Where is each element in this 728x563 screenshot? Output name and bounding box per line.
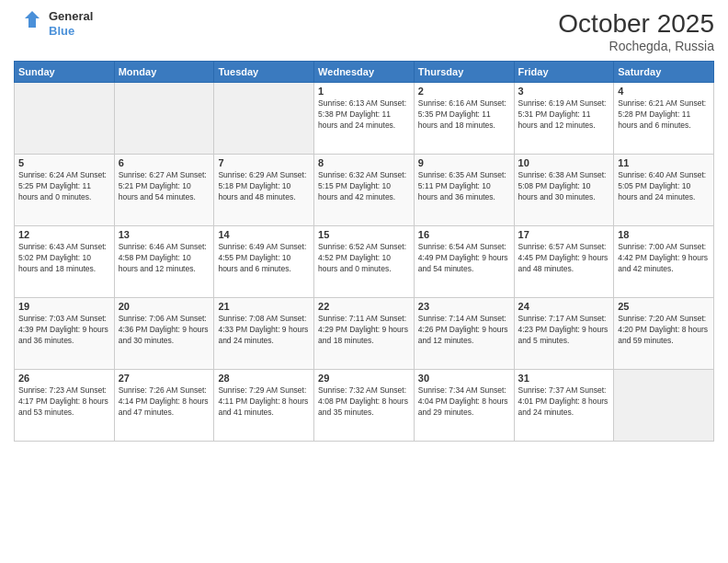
- day-cell: 23Sunrise: 7:14 AM Sunset: 4:26 PM Dayli…: [414, 298, 514, 370]
- week-row-4: 19Sunrise: 7:03 AM Sunset: 4:39 PM Dayli…: [15, 298, 714, 370]
- day-info: Sunrise: 7:14 AM Sunset: 4:26 PM Dayligh…: [418, 314, 510, 347]
- day-number: 18: [618, 229, 710, 240]
- day-info: Sunrise: 7:11 AM Sunset: 4:29 PM Dayligh…: [318, 314, 410, 347]
- col-sunday: Sunday: [15, 62, 115, 83]
- day-number: 12: [18, 229, 110, 240]
- day-info: Sunrise: 6:13 AM Sunset: 5:38 PM Dayligh…: [318, 98, 410, 132]
- day-info: Sunrise: 7:37 AM Sunset: 4:01 PM Dayligh…: [518, 385, 610, 419]
- day-number: 6: [119, 157, 210, 168]
- day-info: Sunrise: 6:40 AM Sunset: 5:05 PM Dayligh…: [618, 170, 710, 203]
- day-info: Sunrise: 6:24 AM Sunset: 5:25 PM Dayligh…: [18, 170, 110, 203]
- week-row-2: 5Sunrise: 6:24 AM Sunset: 5:25 PM Daylig…: [15, 155, 714, 226]
- day-number: 19: [18, 301, 110, 312]
- day-cell: 28Sunrise: 7:29 AM Sunset: 4:11 PM Dayli…: [214, 370, 314, 442]
- day-info: Sunrise: 7:00 AM Sunset: 4:42 PM Dayligh…: [618, 242, 710, 275]
- day-info: Sunrise: 6:16 AM Sunset: 5:35 PM Dayligh…: [418, 98, 510, 132]
- col-tuesday: Tuesday: [214, 62, 314, 83]
- logo-general-label: General: [49, 9, 93, 24]
- day-number: 24: [518, 301, 610, 312]
- day-info: Sunrise: 7:06 AM Sunset: 4:36 PM Dayligh…: [119, 314, 210, 347]
- day-number: 11: [618, 157, 710, 168]
- logo: General Blue: [14, 9, 93, 39]
- day-info: Sunrise: 6:32 AM Sunset: 5:15 PM Dayligh…: [318, 170, 410, 203]
- day-cell: 3Sunrise: 6:19 AM Sunset: 5:31 PM Daylig…: [514, 83, 614, 155]
- day-number: 15: [318, 229, 410, 240]
- day-info: Sunrise: 6:49 AM Sunset: 4:55 PM Dayligh…: [218, 242, 310, 275]
- main-container: General Blue October 2025 Rochegda, Russ…: [0, 0, 728, 446]
- location: Rochegda, Russia: [558, 39, 714, 53]
- logo-blue-label: Blue: [49, 24, 93, 39]
- week-row-5: 26Sunrise: 7:23 AM Sunset: 4:17 PM Dayli…: [15, 370, 714, 442]
- day-number: 14: [218, 229, 310, 240]
- day-cell: 5Sunrise: 6:24 AM Sunset: 5:25 PM Daylig…: [15, 155, 115, 226]
- day-cell: 25Sunrise: 7:20 AM Sunset: 4:20 PM Dayli…: [614, 298, 714, 370]
- day-number: 23: [418, 301, 510, 312]
- day-number: 28: [218, 373, 310, 384]
- day-info: Sunrise: 7:34 AM Sunset: 4:04 PM Dayligh…: [418, 385, 510, 419]
- day-number: 16: [418, 229, 510, 240]
- day-cell: 12Sunrise: 6:43 AM Sunset: 5:02 PM Dayli…: [15, 226, 115, 298]
- day-number: 10: [518, 157, 610, 168]
- day-number: 25: [618, 301, 710, 312]
- day-number: 31: [518, 373, 610, 384]
- day-cell: 26Sunrise: 7:23 AM Sunset: 4:17 PM Dayli…: [15, 370, 115, 442]
- day-number: 29: [318, 373, 410, 384]
- calendar-table: Sunday Monday Tuesday Wednesday Thursday…: [14, 61, 714, 442]
- day-number: 22: [318, 301, 410, 312]
- day-number: 3: [518, 86, 610, 97]
- day-cell: 30Sunrise: 7:34 AM Sunset: 4:04 PM Dayli…: [414, 370, 514, 442]
- day-info: Sunrise: 6:27 AM Sunset: 5:21 PM Dayligh…: [119, 170, 210, 203]
- day-info: Sunrise: 7:26 AM Sunset: 4:14 PM Dayligh…: [119, 385, 210, 419]
- day-number: 1: [318, 86, 410, 97]
- col-friday: Friday: [514, 62, 614, 83]
- day-cell: [614, 370, 714, 442]
- day-cell: 31Sunrise: 7:37 AM Sunset: 4:01 PM Dayli…: [514, 370, 614, 442]
- col-monday: Monday: [114, 62, 214, 83]
- day-cell: [15, 83, 115, 155]
- day-cell: 7Sunrise: 6:29 AM Sunset: 5:18 PM Daylig…: [214, 155, 314, 226]
- day-number: 5: [18, 157, 110, 168]
- day-info: Sunrise: 7:32 AM Sunset: 4:08 PM Dayligh…: [318, 385, 410, 419]
- day-cell: [214, 83, 314, 155]
- day-cell: 19Sunrise: 7:03 AM Sunset: 4:39 PM Dayli…: [15, 298, 115, 370]
- day-cell: 17Sunrise: 6:57 AM Sunset: 4:45 PM Dayli…: [514, 226, 614, 298]
- day-number: 17: [518, 229, 610, 240]
- day-info: Sunrise: 7:23 AM Sunset: 4:17 PM Dayligh…: [18, 385, 110, 419]
- calendar-header-row: Sunday Monday Tuesday Wednesday Thursday…: [15, 62, 714, 83]
- day-number: 27: [119, 373, 210, 384]
- day-cell: 10Sunrise: 6:38 AM Sunset: 5:08 PM Dayli…: [514, 155, 614, 226]
- day-number: 7: [218, 157, 310, 168]
- day-info: Sunrise: 6:19 AM Sunset: 5:31 PM Dayligh…: [518, 98, 610, 132]
- day-info: Sunrise: 6:57 AM Sunset: 4:45 PM Dayligh…: [518, 242, 610, 275]
- day-info: Sunrise: 7:03 AM Sunset: 4:39 PM Dayligh…: [18, 314, 110, 347]
- week-row-1: 1Sunrise: 6:13 AM Sunset: 5:38 PM Daylig…: [15, 83, 714, 155]
- day-cell: 20Sunrise: 7:06 AM Sunset: 4:36 PM Dayli…: [114, 298, 214, 370]
- day-number: 9: [418, 157, 510, 168]
- day-info: Sunrise: 7:08 AM Sunset: 4:33 PM Dayligh…: [218, 314, 310, 347]
- day-info: Sunrise: 7:17 AM Sunset: 4:23 PM Dayligh…: [518, 314, 610, 347]
- week-row-3: 12Sunrise: 6:43 AM Sunset: 5:02 PM Dayli…: [15, 226, 714, 298]
- day-cell: 14Sunrise: 6:49 AM Sunset: 4:55 PM Dayli…: [214, 226, 314, 298]
- logo-svg: [14, 9, 43, 39]
- day-cell: 18Sunrise: 7:00 AM Sunset: 4:42 PM Dayli…: [614, 226, 714, 298]
- day-number: 13: [119, 229, 210, 240]
- day-cell: 16Sunrise: 6:54 AM Sunset: 4:49 PM Dayli…: [414, 226, 514, 298]
- day-cell: 8Sunrise: 6:32 AM Sunset: 5:15 PM Daylig…: [314, 155, 415, 226]
- day-info: Sunrise: 6:52 AM Sunset: 4:52 PM Dayligh…: [318, 242, 410, 275]
- day-cell: 11Sunrise: 6:40 AM Sunset: 5:05 PM Dayli…: [614, 155, 714, 226]
- day-info: Sunrise: 6:21 AM Sunset: 5:28 PM Dayligh…: [618, 98, 710, 132]
- day-number: 20: [119, 301, 210, 312]
- day-info: Sunrise: 7:20 AM Sunset: 4:20 PM Dayligh…: [618, 314, 710, 347]
- day-number: 30: [418, 373, 510, 384]
- day-number: 2: [418, 86, 510, 97]
- day-info: Sunrise: 6:35 AM Sunset: 5:11 PM Dayligh…: [418, 170, 510, 203]
- day-cell: 15Sunrise: 6:52 AM Sunset: 4:52 PM Dayli…: [314, 226, 415, 298]
- header: General Blue October 2025 Rochegda, Russ…: [14, 9, 714, 53]
- day-number: 26: [18, 373, 110, 384]
- day-number: 4: [618, 86, 710, 97]
- day-number: 21: [218, 301, 310, 312]
- day-cell: 29Sunrise: 7:32 AM Sunset: 4:08 PM Dayli…: [314, 370, 415, 442]
- col-saturday: Saturday: [614, 62, 714, 83]
- day-number: 8: [318, 157, 410, 168]
- day-info: Sunrise: 6:29 AM Sunset: 5:18 PM Dayligh…: [218, 170, 310, 203]
